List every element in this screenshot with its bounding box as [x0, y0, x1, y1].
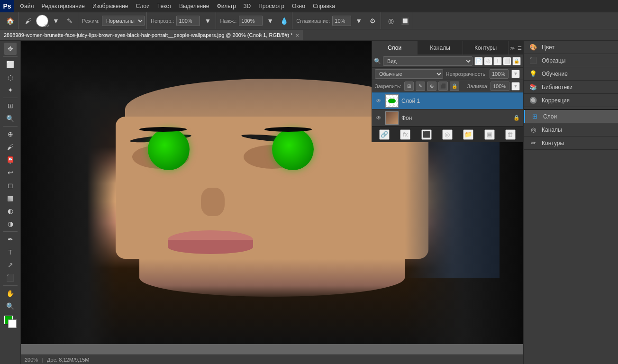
right-panel-color[interactable]: 🎨 Цвет: [524, 41, 618, 54]
layer-1-visibility[interactable]: 👁: [375, 97, 382, 105]
smoothing-input[interactable]: [332, 16, 351, 26]
menu-layers[interactable]: Слои: [132, 0, 154, 12]
libraries-icon: 📚: [528, 82, 538, 92]
layer-row-1[interactable]: 👁 Слой 1: [372, 92, 523, 109]
paths-tab[interactable]: Контуры: [463, 41, 509, 55]
tab-bar: 2898989-women-brunette-face-juicy-lips-b…: [0, 29, 618, 41]
gradient-tool[interactable]: ▦: [4, 192, 17, 204]
eraser-tool[interactable]: ◻: [4, 179, 17, 191]
delete-layer-button[interactable]: 🗑: [505, 129, 516, 140]
shape-tool[interactable]: ⬛: [4, 272, 17, 284]
tool-select-group: 🏠: [2, 12, 18, 29]
zoom-tool[interactable]: 🔍: [4, 300, 17, 312]
settings-button[interactable]: ⚙: [366, 15, 379, 27]
layers-expand-button[interactable]: ≫: [509, 41, 516, 55]
brush-size-indicator[interactable]: 26: [36, 15, 48, 27]
flow-group: Нажж.: ▼ 💧: [218, 12, 292, 29]
new-group-button[interactable]: 📁: [463, 129, 473, 140]
smoothing-options[interactable]: ▼: [353, 15, 365, 27]
layer-row-bg[interactable]: 👁 Фон 🔒: [372, 109, 523, 127]
lock-artboard-btn[interactable]: ⬛: [438, 82, 448, 91]
layers-list: 👁 Слой 1 👁 Фон 🔒: [372, 92, 523, 127]
blur-tool[interactable]: ◐: [4, 205, 17, 217]
menu-image[interactable]: Изображение: [89, 0, 132, 12]
move-tool[interactable]: ✥: [4, 43, 17, 55]
filter-type-btn[interactable]: T: [493, 57, 502, 65]
menu-filter[interactable]: Фильтр: [213, 0, 240, 12]
menu-window[interactable]: Окно: [288, 0, 309, 12]
opacity-input[interactable]: [176, 16, 200, 26]
eyedropper-tool[interactable]: 🔍: [4, 112, 17, 125]
fill-dropdown[interactable]: ▼: [511, 82, 520, 91]
pen-tool[interactable]: ✒: [4, 233, 17, 246]
flow-input[interactable]: [239, 16, 263, 26]
lasso-tool[interactable]: ◌: [4, 71, 17, 83]
menu-select[interactable]: Выделение: [175, 0, 213, 12]
layer-effects-button[interactable]: fx: [400, 129, 410, 140]
channels-tab[interactable]: Каналы: [418, 41, 463, 55]
layers-tab[interactable]: Слои: [372, 41, 418, 55]
fill-label: Заливка:: [467, 83, 489, 89]
brush-options-button[interactable]: ▼: [50, 15, 62, 27]
blend-mode-select[interactable]: Обычные: [375, 69, 443, 79]
lock-image-btn[interactable]: ✎: [416, 82, 425, 91]
layers-filter-select[interactable]: Вид: [383, 56, 473, 66]
dodge-tool[interactable]: ◑: [4, 218, 17, 230]
new-layer-button[interactable]: ▣: [484, 129, 495, 140]
layer-bg-visibility[interactable]: 👁: [375, 114, 382, 122]
layer-1-thumbnail: [385, 94, 399, 108]
filter-adj-btn[interactable]: ◎: [484, 57, 492, 65]
right-panel-layers[interactable]: ⊞ Слои: [524, 110, 618, 123]
filter-smartobj-btn[interactable]: 🔒: [512, 57, 521, 65]
background-color[interactable]: [8, 319, 17, 328]
right-panel-channels[interactable]: ◎ Каналы: [524, 123, 618, 136]
add-mask-button[interactable]: ⬛: [421, 129, 432, 140]
menu-view[interactable]: Просмотр: [254, 0, 288, 12]
opacity-dropdown[interactable]: ▼: [511, 70, 520, 78]
hand-tool[interactable]: ✋: [4, 287, 17, 300]
crop-tool[interactable]: ⊞: [4, 100, 17, 112]
history-brush-tool[interactable]: ↩: [4, 166, 17, 179]
layers-menu-button[interactable]: ☰: [516, 41, 523, 55]
link-layers-button[interactable]: 🔗: [379, 129, 390, 140]
menu-edit[interactable]: Редактирование: [38, 0, 89, 12]
brush-mode-button[interactable]: ✎: [64, 15, 76, 27]
lock-all-btn[interactable]: 🔒: [450, 82, 459, 91]
filter-pixel-btn[interactable]: 📄: [474, 57, 483, 65]
menu-file[interactable]: Файл: [16, 0, 38, 12]
home-button[interactable]: 🏠: [4, 15, 16, 27]
document-tab[interactable]: 2898989-women-brunette-face-juicy-lips-b…: [0, 30, 303, 40]
airbrush-button[interactable]: 💧: [278, 15, 290, 27]
menu-help[interactable]: Справка: [309, 0, 339, 12]
marquee-tool[interactable]: ⬜: [4, 58, 17, 71]
healing-brush-tool[interactable]: ⊕: [4, 128, 17, 140]
clone-stamp-tool[interactable]: 📮: [4, 154, 17, 166]
new-adjustment-button[interactable]: ◎: [442, 129, 453, 140]
right-panel-swatches[interactable]: ⬛ Образцы: [524, 54, 618, 67]
extra-btn-2[interactable]: 🔲: [399, 15, 411, 27]
mode-select[interactable]: Нормальный: [102, 16, 145, 26]
flow-toggle[interactable]: ▼: [264, 15, 276, 27]
right-panel-paths[interactable]: ✏ Контуры: [524, 136, 618, 150]
lock-position-btn[interactable]: ⊕: [427, 82, 436, 91]
brush-tool-button[interactable]: 🖌: [22, 15, 35, 27]
tab-close-button[interactable]: ×: [296, 32, 300, 39]
doc-info: Дос: 8,12М/9,15М: [47, 357, 90, 363]
magic-wand-tool[interactable]: ✦: [4, 84, 17, 96]
extra-btn-1[interactable]: ◎: [385, 15, 397, 27]
brush-tool[interactable]: 🖌: [4, 141, 17, 153]
fill-input[interactable]: [491, 82, 509, 91]
layer-opacity-input[interactable]: [490, 69, 509, 79]
opacity-toggle[interactable]: ▼: [201, 15, 214, 27]
status-bar: 200% | Дос: 8,12М/9,15М: [21, 355, 523, 364]
right-panel-libraries[interactable]: 📚 Библиотеки: [524, 81, 618, 94]
right-panel-adjustments[interactable]: 🔘 Коррекция: [524, 94, 618, 107]
right-panel-learn[interactable]: 💡 Обучение: [524, 67, 618, 81]
menu-3d[interactable]: 3D: [240, 0, 254, 12]
menu-text[interactable]: Текст: [154, 0, 175, 12]
path-selection-tool[interactable]: ↗: [4, 259, 17, 271]
filter-shape-btn[interactable]: ⬜: [503, 57, 511, 65]
color-swatches[interactable]: [4, 316, 17, 328]
lock-transparent-btn[interactable]: ⊞: [404, 82, 414, 91]
type-tool[interactable]: T: [4, 246, 17, 258]
